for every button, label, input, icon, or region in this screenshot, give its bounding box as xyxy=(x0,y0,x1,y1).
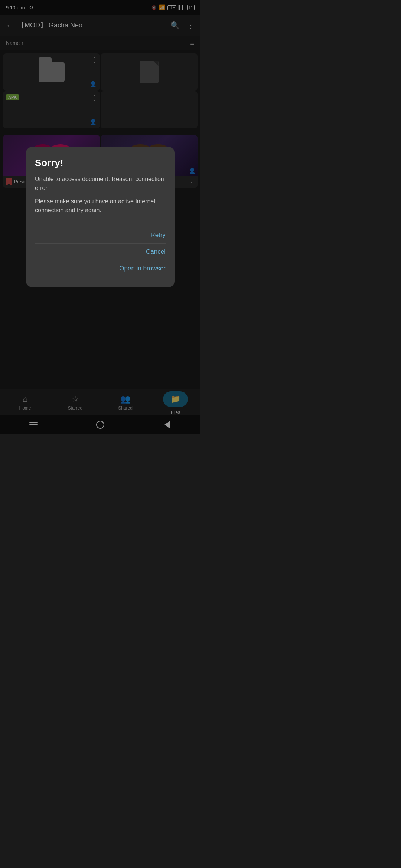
dialog-overlay: Sorry! Unable to access document. Reason… xyxy=(0,0,200,434)
dialog-body: Unable to access document. Reason: conne… xyxy=(35,175,166,215)
retry-button[interactable]: Retry xyxy=(35,227,166,243)
error-dialog: Sorry! Unable to access document. Reason… xyxy=(26,147,175,287)
open-browser-button[interactable]: Open in browser xyxy=(35,260,166,277)
dialog-error-line1: Unable to access document. Reason: conne… xyxy=(35,175,166,193)
cancel-button[interactable]: Cancel xyxy=(35,244,166,260)
dialog-title: Sorry! xyxy=(35,157,166,169)
dialog-error-line2: Please make sure you have an active Inte… xyxy=(35,197,166,215)
